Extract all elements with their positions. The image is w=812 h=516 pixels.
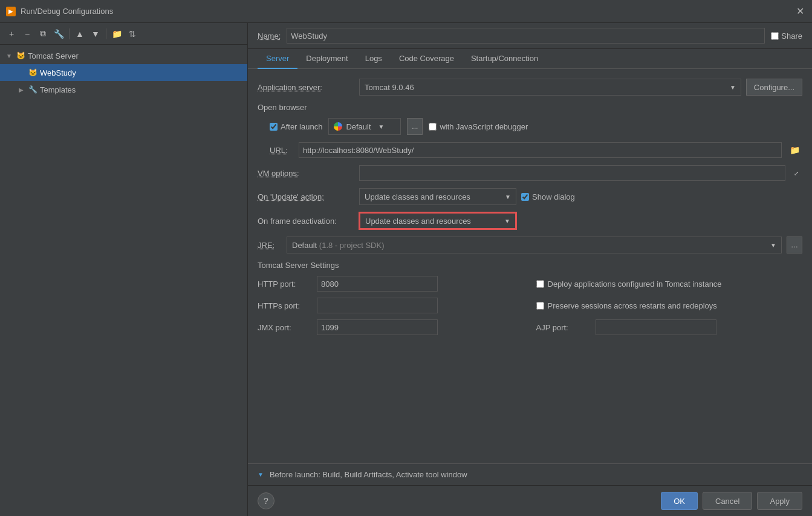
jre-value: Default (1.8 - project SDK) xyxy=(292,241,384,250)
right-panel: Name: Share Server Deployment Logs Code … xyxy=(248,23,812,516)
js-debugger-wrap: with JavaScript debugger xyxy=(429,122,528,131)
webstudy-label: WebStudy xyxy=(40,68,76,77)
deploy-option-1: Deploy applications configured in Tomcat… xyxy=(536,276,803,292)
tab-server[interactable]: Server xyxy=(258,49,297,69)
http-port-input[interactable] xyxy=(317,276,438,292)
jmx-port-label: JMX port: xyxy=(258,323,312,332)
ajp-port-label: AJP port: xyxy=(536,323,591,332)
add-config-button[interactable]: + xyxy=(5,27,18,41)
left-panel: + − ⧉ 🔧 ▲ ▼ 📁 ⇅ ▼ 🐱 Tomcat Server xyxy=(0,23,248,516)
remove-config-button[interactable]: − xyxy=(21,27,34,41)
toolbar-separator xyxy=(69,28,70,39)
on-frame-label: On frame deactivation: xyxy=(258,217,354,226)
tab-code-coverage[interactable]: Code Coverage xyxy=(391,49,463,69)
on-frame-row: On frame deactivation: Update classes an… xyxy=(258,212,802,229)
close-button[interactable]: ✕ xyxy=(794,5,806,18)
tree-item-templates[interactable]: ▶ 🔧 Templates xyxy=(0,81,247,98)
config-tree: ▼ 🐱 Tomcat Server 🐱 WebStudy ▶ 🔧 Templat… xyxy=(0,45,247,516)
toolbar: + − ⧉ 🔧 ▲ ▼ 📁 ⇅ xyxy=(0,23,247,45)
js-debugger-label: with JavaScript debugger xyxy=(440,122,528,131)
expand-icon-webstudy xyxy=(17,68,25,77)
url-folder-button[interactable]: 📁 xyxy=(787,142,802,158)
vm-expand-button[interactable]: ⤢ xyxy=(790,165,802,181)
js-debugger-checkbox[interactable] xyxy=(429,123,437,131)
on-update-dropdown[interactable]: Update classes and resources ▼ xyxy=(359,188,516,205)
tomcat-settings-title: Tomcat Server Settings xyxy=(258,261,802,270)
tree-item-webstudy[interactable]: 🐱 WebStudy xyxy=(0,64,247,81)
show-dialog-label: Show dialog xyxy=(532,192,575,201)
share-label: Share xyxy=(781,31,802,41)
main-content: + − ⧉ 🔧 ▲ ▼ 📁 ⇅ ▼ 🐱 Tomcat Server xyxy=(0,23,812,516)
on-update-value: Update classes and resources xyxy=(365,192,470,201)
after-launch-checkbox[interactable] xyxy=(270,123,278,131)
on-update-label: On 'Update' action: xyxy=(258,192,354,201)
vm-options-label: VM options: xyxy=(258,169,354,178)
expand-icon-templates: ▶ xyxy=(17,85,25,94)
copy-config-button[interactable]: ⧉ xyxy=(36,27,50,41)
ports-grid: HTTP port: Deploy applications configure… xyxy=(258,276,802,335)
jre-label: JRE: xyxy=(258,241,282,250)
title-bar: ▶ Run/Debug Configurations ✕ xyxy=(0,0,812,23)
deploy-tomcat-checkbox[interactable] xyxy=(536,280,544,288)
before-launch-section: ▼ Before launch: Build, Build Artifacts,… xyxy=(248,463,812,485)
on-update-row: On 'Update' action: Update classes and r… xyxy=(258,188,802,205)
ok-button[interactable]: OK xyxy=(661,492,698,510)
share-area: Share xyxy=(771,31,802,41)
show-dialog-wrap: Show dialog xyxy=(521,192,575,201)
ajp-port-input[interactable] xyxy=(596,319,716,335)
before-launch-caret: ▼ xyxy=(258,471,264,478)
preserve-sessions-label: Preserve sessions across restarts and re… xyxy=(548,301,717,310)
after-launch-label: After launch xyxy=(281,122,322,131)
http-port-label: HTTP port: xyxy=(258,279,312,289)
tab-logs[interactable]: Logs xyxy=(357,49,391,69)
app-server-row: Application server: Tomcat 9.0.46 ▼ Conf… xyxy=(258,79,802,96)
server-tab-content: Application server: Tomcat 9.0.46 ▼ Conf… xyxy=(248,69,812,463)
tomcat-icon: 🐱 xyxy=(16,51,25,60)
tab-deployment[interactable]: Deployment xyxy=(297,49,356,69)
sort-button[interactable]: ⇅ xyxy=(126,27,139,41)
folder-button[interactable]: 📁 xyxy=(110,27,123,41)
tree-item-tomcat[interactable]: ▼ 🐱 Tomcat Server xyxy=(0,47,247,64)
app-server-dropdown[interactable]: Tomcat 9.0.46 ▼ xyxy=(359,79,741,96)
settings-button[interactable]: 🔧 xyxy=(52,27,65,41)
move-up-button[interactable]: ▲ xyxy=(73,27,86,41)
help-button[interactable]: ? xyxy=(258,492,274,509)
run-debug-dialog: ▶ Run/Debug Configurations ✕ + − ⧉ 🔧 ▲ ▼… xyxy=(0,0,812,516)
url-row: URL: 📁 xyxy=(258,142,802,158)
name-row: Name: Share xyxy=(248,23,812,49)
before-launch-header[interactable]: ▼ Before launch: Build, Build Artifacts,… xyxy=(258,470,802,479)
templates-label: Templates xyxy=(40,85,76,94)
browser-value: Default xyxy=(346,122,371,131)
bottom-bar: ? OK Cancel Apply xyxy=(248,485,812,516)
cancel-button[interactable]: Cancel xyxy=(703,492,752,510)
google-chrome-icon xyxy=(334,122,342,131)
jre-dropdown[interactable]: Default (1.8 - project SDK) ▼ xyxy=(287,237,782,253)
app-server-value: Tomcat 9.0.46 xyxy=(365,83,414,92)
share-checkbox[interactable] xyxy=(771,32,779,40)
browser-arrow: ▼ xyxy=(378,123,385,130)
jre-row: JRE: Default (1.8 - project SDK) ▼ … xyxy=(258,237,802,253)
on-frame-value: Update classes and resources xyxy=(365,217,471,226)
on-frame-arrow: ▼ xyxy=(504,218,510,224)
move-down-button[interactable]: ▼ xyxy=(89,27,102,41)
vm-options-input[interactable] xyxy=(359,165,785,181)
apply-button[interactable]: Apply xyxy=(757,492,802,510)
tab-startup[interactable]: Startup/Connection xyxy=(463,49,547,69)
configure-button[interactable]: Configure... xyxy=(746,79,802,96)
browser-dropdown[interactable]: Default ▼ xyxy=(328,118,401,135)
name-input[interactable] xyxy=(287,28,765,44)
preserve-sessions-checkbox[interactable] xyxy=(536,302,544,310)
show-dialog-checkbox[interactable] xyxy=(521,193,529,201)
browser-more-button[interactable]: ... xyxy=(407,118,423,135)
jre-more-button[interactable]: … xyxy=(787,237,802,253)
on-frame-dropdown[interactable]: Update classes and resources ▼ xyxy=(359,212,516,229)
deploy-tomcat-label: Deploy applications configured in Tomcat… xyxy=(548,279,722,289)
jmx-port-input[interactable] xyxy=(317,319,438,335)
tomcat-label: Tomcat Server xyxy=(28,51,79,60)
url-input[interactable] xyxy=(299,142,782,158)
deploy-option-2: Preserve sessions across restarts and re… xyxy=(536,298,803,313)
https-port-input[interactable] xyxy=(317,298,438,313)
templates-icon: 🔧 xyxy=(28,85,37,94)
after-launch-wrap: After launch xyxy=(270,122,322,131)
after-launch-row: After launch Default ▼ ... with JavaScri… xyxy=(258,118,802,135)
